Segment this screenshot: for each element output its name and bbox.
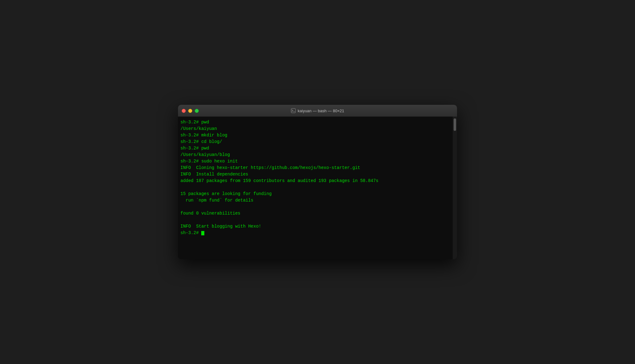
terminal-prompt-line: sh-3.2# <box>180 230 449 236</box>
terminal-empty-line <box>180 184 449 191</box>
terminal-line: sh-3.2# pwd <box>180 145 449 152</box>
terminal-window: kaiyuan — bash — 80×21 sh-3.2# pwd /User… <box>178 105 457 259</box>
close-button[interactable] <box>182 109 186 113</box>
cursor <box>201 231 204 235</box>
terminal-icon <box>291 108 296 113</box>
terminal-empty-line <box>180 217 449 223</box>
terminal-line: INFO Install dependencies <box>180 171 449 178</box>
terminal-line: /Users/kaiyuan <box>180 126 449 132</box>
window-title: kaiyuan — bash — 80×21 <box>291 108 344 113</box>
traffic-lights <box>182 109 199 113</box>
terminal-line: found 0 vulnerabilities <box>180 210 449 217</box>
terminal-line: sh-3.2# pwd <box>180 119 449 126</box>
terminal-body[interactable]: sh-3.2# pwd /Users/kaiyuan sh-3.2# mkdir… <box>178 117 453 259</box>
terminal-line: added 187 packages from 159 contributors… <box>180 178 449 184</box>
terminal-line: sh-3.2# mkdir blog <box>180 132 449 139</box>
terminal-line: 15 packages are looking for funding <box>180 191 449 197</box>
scrollbar[interactable] <box>453 117 457 259</box>
scrollbar-thumb[interactable] <box>454 118 456 131</box>
terminal-line: /Users/kaiyuan/blog <box>180 152 449 158</box>
terminal-line: run `npm fund` for details <box>180 197 449 204</box>
terminal-line: INFO Cloning hexo-starter https://github… <box>180 165 449 171</box>
titlebar: kaiyuan — bash — 80×21 <box>178 105 457 117</box>
terminal-line: sh-3.2# sudo hexo init <box>180 158 449 165</box>
minimize-button[interactable] <box>188 109 192 113</box>
terminal-line: INFO Start blogging with Hexo! <box>180 223 449 230</box>
maximize-button[interactable] <box>195 109 199 113</box>
terminal-line: sh-3.2# cd blog/ <box>180 139 449 145</box>
terminal-area: sh-3.2# pwd /Users/kaiyuan sh-3.2# mkdir… <box>178 117 457 259</box>
terminal-empty-line <box>180 204 449 210</box>
